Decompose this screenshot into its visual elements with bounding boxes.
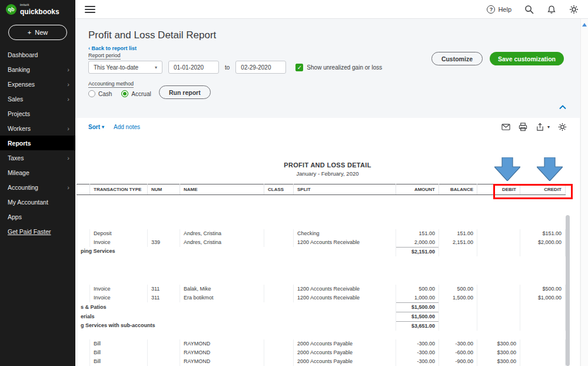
table-cell xyxy=(148,357,180,366)
empty-cell xyxy=(439,247,477,256)
cash-radio-option[interactable]: Cash xyxy=(88,90,112,97)
help-icon: ? xyxy=(487,5,495,14)
table-cell: $1,000.00 xyxy=(520,294,566,303)
accounting-method-label: Accounting method xyxy=(88,81,134,88)
table-row[interactable]: BillRAYMOND2000 Accounts Payable-300.00-… xyxy=(77,339,566,348)
table-row[interactable]: DepositAndres, CristinaChecking151.00151… xyxy=(77,229,566,238)
table-cell: $300.00 xyxy=(477,348,520,357)
customize-button[interactable]: Customize xyxy=(431,52,483,65)
hamburger-menu-icon[interactable] xyxy=(85,4,95,15)
table-row[interactable]: Invoice311Era botikmot1200 Accounts Rece… xyxy=(77,294,566,303)
sort-dropdown[interactable]: Sort ▾ xyxy=(88,124,104,130)
table-cell: 2000 Accounts Payable xyxy=(294,339,396,348)
table-row[interactable]: BillRAYMOND2000 Accounts Payable-300.00-… xyxy=(77,357,566,366)
report-period-select[interactable]: This Year-to-date ▾ xyxy=(88,61,162,74)
sidebar-item-workers[interactable]: Workers› xyxy=(0,121,75,136)
accrual-radio-option[interactable]: Accrual xyxy=(121,90,151,97)
table-cell: 339 xyxy=(148,238,180,248)
spacer-row xyxy=(77,256,566,285)
sidebar-item-projects[interactable]: Projects xyxy=(0,106,75,121)
run-report-button[interactable]: Run report xyxy=(159,85,211,99)
table-cell xyxy=(264,238,294,248)
sidebar-item-taxes[interactable]: Taxes› xyxy=(0,150,75,165)
chevron-right-icon: › xyxy=(67,81,69,88)
cell-date-stub xyxy=(77,357,90,366)
spacer-cell xyxy=(77,256,566,285)
unrealized-gain-checkbox-wrap[interactable]: ✓ Show unrealized gain or loss xyxy=(295,64,382,71)
date-to-input[interactable] xyxy=(235,61,286,74)
chevron-right-icon: › xyxy=(67,66,69,73)
new-button[interactable]: + New xyxy=(8,25,67,40)
sidebar-item-banking[interactable]: Banking› xyxy=(0,62,75,77)
new-button-label: New xyxy=(35,29,48,36)
help-button[interactable]: ? Help xyxy=(487,5,511,14)
empty-cell xyxy=(477,247,520,256)
notifications-bell-icon[interactable] xyxy=(547,5,556,14)
sidebar-item-reports[interactable]: Reports xyxy=(0,136,75,150)
spacer-row xyxy=(77,195,566,229)
report-header-area: Profit and Loss Detail Report ‹ Back to … xyxy=(75,19,588,118)
export-caret-icon[interactable]: ▾ xyxy=(547,124,550,130)
back-chevron-icon: ‹ xyxy=(88,45,90,51)
page-title: Profit and Loss Detail Report xyxy=(88,29,216,41)
table-cell xyxy=(264,294,294,303)
unrealized-checkbox[interactable]: ✓ xyxy=(295,64,303,71)
table-cell: 311 xyxy=(148,294,180,303)
table-cell: Bill xyxy=(90,339,148,348)
sidebar-item-mileage[interactable]: Mileage xyxy=(0,165,75,180)
caret-down-icon: ▾ xyxy=(155,65,157,70)
empty-cell xyxy=(520,312,566,321)
table-cell xyxy=(264,229,294,238)
table-cell: -300.00 xyxy=(396,339,439,348)
date-from-input[interactable] xyxy=(168,61,219,74)
accrual-radio[interactable] xyxy=(121,90,128,97)
page-scrollbar[interactable] xyxy=(580,19,588,366)
add-notes-link[interactable]: Add notes xyxy=(114,124,140,130)
cash-radio[interactable] xyxy=(88,90,95,97)
table-cell: Bill xyxy=(90,357,148,366)
table-cell xyxy=(477,285,520,294)
table-row[interactable]: Invoice339Andres, Cristina1200 Accounts … xyxy=(77,238,566,248)
table-cell: 2000 Accounts Payable xyxy=(294,348,396,357)
table-cell: RAYMOND xyxy=(180,348,264,357)
export-icon[interactable] xyxy=(536,123,544,131)
column-transaction-type: TRANSACTION TYPE xyxy=(90,184,148,195)
sidebar-item-apps[interactable]: Apps xyxy=(0,209,75,224)
unrealized-label: Show unrealized gain or loss xyxy=(307,64,382,71)
empty-cell xyxy=(520,321,566,331)
table-cell: -300.00 xyxy=(439,339,477,348)
cell-date-stub xyxy=(77,294,90,303)
sidebar-item-accounting[interactable]: Accounting› xyxy=(0,180,75,194)
report-table-header-row: TRANSACTION TYPENUMNAMECLASSSPLITAMOUNTB… xyxy=(77,184,566,195)
help-label: Help xyxy=(498,6,511,13)
back-to-report-list-link[interactable]: ‹ Back to report list xyxy=(88,45,137,51)
email-icon[interactable] xyxy=(501,123,510,131)
table-cell: Bill xyxy=(90,348,148,357)
table-row[interactable]: Invoice311Balak, Mike1200 Accounts Recei… xyxy=(77,285,566,294)
spacer-cell xyxy=(77,195,566,229)
topbar: ? Help xyxy=(75,0,588,19)
scroll-up-arrow-icon[interactable] xyxy=(582,23,587,27)
table-settings-gear-icon[interactable] xyxy=(558,123,567,131)
total-amount-cell: $1,500.00 xyxy=(396,302,439,312)
empty-cell xyxy=(439,312,477,321)
collapse-chevron-up-icon[interactable] xyxy=(557,103,568,112)
cell-date-stub xyxy=(77,229,90,238)
sidebar-item-my-accountant[interactable]: My Accountant xyxy=(0,194,75,209)
table-cell: $500.00 xyxy=(520,285,566,294)
sidebar-item-sales[interactable]: Sales› xyxy=(0,91,75,106)
table-cell xyxy=(520,348,566,357)
table-row[interactable]: BillRAYMOND2000 Accounts Payable-300.00-… xyxy=(77,348,566,357)
cell-date-stub xyxy=(77,339,90,348)
print-icon[interactable] xyxy=(519,123,527,131)
to-label: to xyxy=(225,64,230,71)
report-scrollbar-thumb[interactable] xyxy=(566,215,570,366)
sidebar-item-get-paid-faster[interactable]: Get Paid Faster xyxy=(0,224,75,239)
search-icon[interactable] xyxy=(524,5,534,14)
save-customization-button[interactable]: Save customization xyxy=(490,52,564,65)
settings-gear-icon[interactable] xyxy=(569,5,579,14)
sidebar-item-dashboard[interactable]: Dashboard xyxy=(0,47,75,62)
sidebar-item-expenses[interactable]: Expenses› xyxy=(0,77,75,91)
table-cell xyxy=(264,348,294,357)
quickbooks-logo[interactable]: qb intuit quickbooks xyxy=(0,0,75,19)
